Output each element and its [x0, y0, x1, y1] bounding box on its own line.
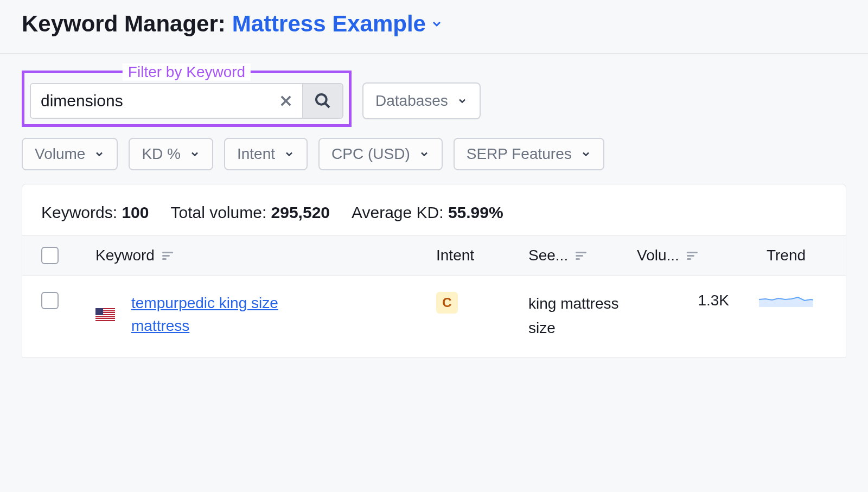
chevron-down-icon: [284, 149, 295, 159]
stat-keywords: Keywords: 100: [41, 203, 149, 222]
stats-card: Keywords: 100 Total volume: 295,520 Aver…: [22, 184, 846, 235]
svg-line-3: [325, 103, 329, 107]
project-name: Mattress Example: [232, 11, 426, 37]
serp-filter[interactable]: SERP Features: [454, 138, 604, 170]
chevron-down-icon: [419, 149, 430, 159]
stat-volume: Total volume: 295,520: [170, 203, 330, 222]
volume-value: 1.3K: [637, 292, 745, 309]
close-icon: [278, 93, 293, 108]
table-header-row: Keyword Intent See... Volu... Trend: [22, 235, 846, 276]
select-all-checkbox[interactable]: [41, 247, 59, 264]
databases-filter[interactable]: Databases: [362, 82, 481, 119]
column-header-keyword[interactable]: Keyword: [95, 247, 436, 264]
trend-sparkline: [759, 292, 813, 311]
kd-filter-label: KD %: [142, 145, 181, 163]
volume-filter-label: Volume: [35, 145, 85, 163]
keyword-filter-highlight: Filter by Keyword: [22, 71, 352, 127]
svg-point-2: [316, 94, 327, 105]
sort-icon: [687, 252, 698, 260]
table-row: tempurpedic king size mattress C king ma…: [22, 276, 846, 357]
cpc-filter[interactable]: CPC (USD): [318, 138, 443, 170]
title-prefix: Keyword Manager:: [22, 11, 226, 37]
sort-icon: [162, 252, 173, 260]
chevron-down-icon: [94, 149, 105, 159]
filters-section: Filter by Keyword Databases Volume KD %: [0, 54, 868, 184]
chevron-down-icon: [580, 149, 591, 159]
keyword-search-group: [30, 83, 343, 119]
search-icon: [314, 92, 331, 110]
seed-keyword: king mattress size: [528, 292, 637, 341]
keyword-filter-label: Filter by Keyword: [123, 63, 251, 81]
chevron-down-icon: [430, 17, 443, 30]
column-header-seed[interactable]: See...: [528, 247, 637, 264]
intent-filter-label: Intent: [237, 145, 275, 163]
page-title: Keyword Manager: Mattress Example: [0, 0, 868, 53]
intent-filter[interactable]: Intent: [224, 138, 308, 170]
search-button[interactable]: [302, 84, 342, 118]
column-header-intent[interactable]: Intent: [436, 247, 528, 264]
databases-filter-label: Databases: [375, 92, 448, 110]
project-dropdown[interactable]: Mattress Example: [232, 11, 443, 37]
column-header-volume[interactable]: Volu...: [637, 247, 745, 264]
cpc-filter-label: CPC (USD): [331, 145, 410, 163]
keyword-link[interactable]: tempurpedic king size mattress: [131, 292, 321, 337]
row-checkbox[interactable]: [41, 292, 59, 309]
column-header-trend[interactable]: Trend: [745, 247, 827, 264]
chevron-down-icon: [457, 95, 468, 106]
kd-filter[interactable]: KD %: [129, 138, 213, 170]
sort-icon: [576, 252, 586, 260]
us-flag-icon: [95, 308, 115, 321]
volume-filter[interactable]: Volume: [22, 138, 118, 170]
stat-kd: Average KD: 55.99%: [352, 203, 503, 222]
chevron-down-icon: [189, 149, 200, 159]
keywords-table: Keyword Intent See... Volu... Trend temp…: [22, 235, 846, 357]
clear-search-button[interactable]: [270, 84, 302, 118]
intent-badge: C: [436, 292, 458, 314]
keyword-search-input[interactable]: [31, 84, 270, 118]
serp-filter-label: SERP Features: [467, 145, 572, 163]
